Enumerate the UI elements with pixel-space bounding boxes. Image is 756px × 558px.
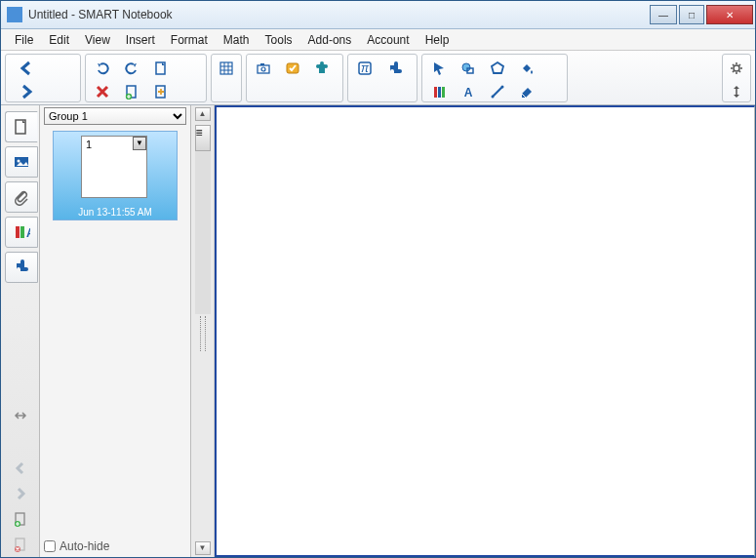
scroll-thumb[interactable]: ≡ [195,125,211,151]
close-button[interactable]: ✕ [706,5,753,24]
window-title: Untitled - SMART Notebook [28,8,173,21]
undo-button[interactable] [89,58,116,79]
menu-format[interactable]: Format [163,31,216,49]
delete-page-side-button[interactable] [1,532,39,557]
line-tool-button[interactable] [484,81,511,102]
menu-tools[interactable]: Tools [258,31,300,49]
svg-text:π: π [361,61,370,75]
svg-rect-24 [442,87,445,98]
expand-panel-button[interactable] [1,403,39,428]
svg-point-20 [462,63,470,71]
delete-button[interactable] [89,81,116,102]
eraser-tool-button[interactable] [513,81,540,102]
autohide-label: Auto-hide [60,539,109,553]
move-toolbar-button[interactable] [726,81,747,102]
menubar: File Edit View Insert Format Math Tools … [1,29,755,51]
doc-camera-button[interactable] [250,58,277,79]
svg-point-15 [316,64,320,68]
svg-rect-9 [220,62,232,74]
prev-page-button[interactable] [9,58,44,79]
page-number-label: 1 [86,139,92,150]
svg-rect-34 [16,226,20,238]
svg-rect-35 [20,226,24,238]
prev-page-side-button[interactable] [1,456,39,481]
svg-text:A: A [464,86,473,100]
tab-addons[interactable] [5,252,38,283]
response-button[interactable] [279,58,306,79]
shape-tool-button[interactable] [455,58,482,79]
svg-point-11 [261,67,265,71]
thumbnail-timestamp: Jun 13-11:55 AM [54,207,177,218]
minimize-button[interactable]: — [650,5,677,24]
svg-point-27 [492,95,495,98]
addon-button[interactable] [380,58,408,79]
settings-button[interactable] [726,58,747,79]
scroll-track[interactable]: ≡ [195,125,211,314]
menu-math[interactable]: Math [216,31,258,49]
fill-tool-button[interactable] [513,58,540,79]
app-icon [7,7,22,22]
next-page-button[interactable] [9,81,44,102]
svg-point-16 [324,64,328,68]
new-file-button[interactable] [147,58,175,79]
tab-gallery[interactable] [5,146,38,178]
svg-point-33 [18,160,20,163]
pens-tool-button[interactable] [425,81,453,102]
tab-attachments[interactable] [5,181,38,213]
titlebar: Untitled - SMART Notebook — □ ✕ [1,1,755,29]
svg-point-17 [320,61,324,65]
redo-button[interactable] [118,58,145,79]
svg-rect-10 [258,65,269,73]
svg-point-29 [734,65,739,71]
math-button[interactable]: π [351,58,378,79]
tab-properties[interactable]: A [5,217,38,248]
toolbar: π A [1,51,755,105]
page-thumbnail[interactable]: 1 ▼ Jun 13-11:55 AM [53,131,178,220]
menu-help[interactable]: Help [418,31,458,49]
scroll-down-button[interactable]: ▼ [195,541,211,555]
svg-rect-14 [319,64,325,73]
svg-text:A: A [26,226,30,240]
select-tool-button[interactable] [425,58,453,79]
add-page-side-button[interactable] [1,506,39,532]
add-page-button[interactable] [118,81,145,102]
canvas[interactable] [215,105,755,557]
svg-rect-23 [438,87,441,98]
page-sorter-panel: Group 1 1 ▼ Jun 13-11:55 AM Auto-hide [40,105,191,557]
scroll-up-button[interactable]: ▲ [195,107,211,121]
group-select[interactable]: Group 1 [44,107,186,125]
menu-view[interactable]: View [77,31,118,49]
next-page-side-button[interactable] [1,481,39,506]
maximize-button[interactable]: □ [679,5,704,24]
side-tabs: A [1,105,40,557]
text-tool-button[interactable]: A [455,81,482,102]
svg-rect-12 [260,63,264,65]
splitter-handle[interactable] [200,316,206,351]
table-button[interactable] [215,58,238,79]
activity-button[interactable] [308,58,336,79]
autohide-input[interactable] [44,540,56,552]
menu-edit[interactable]: Edit [41,31,77,49]
svg-line-26 [493,87,502,97]
menu-account[interactable]: Account [359,31,417,49]
svg-rect-22 [434,87,437,98]
polygon-tool-button[interactable] [484,58,511,79]
svg-point-28 [501,85,504,88]
thumbnail-menu-button[interactable]: ▼ [133,137,146,150]
tab-page-sorter[interactable] [5,111,38,142]
menu-file[interactable]: File [7,31,41,49]
autohide-checkbox[interactable]: Auto-hide [40,536,190,557]
vertical-scrollbar[interactable]: ▲ ≡ ▼ [191,105,215,557]
menu-addons[interactable]: Add-ons [300,31,360,49]
menu-insert[interactable]: Insert [118,31,163,49]
open-file-button[interactable] [147,81,175,102]
